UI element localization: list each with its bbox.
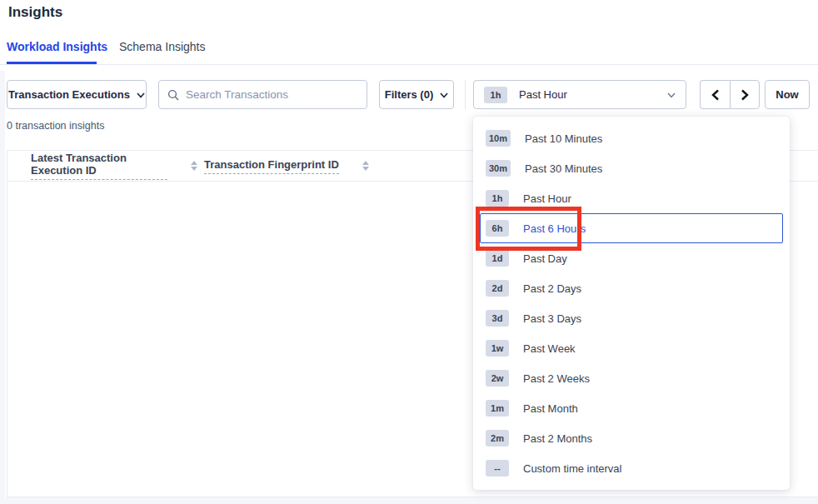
time-interval-option[interactable]: 1m Past Month: [480, 393, 783, 423]
search-input[interactable]: [186, 88, 358, 101]
time-interval-option-label: Past 2 Days: [523, 282, 581, 295]
time-interval-option[interactable]: 1h Past Hour: [480, 183, 783, 213]
time-interval-option-badge: 1d: [486, 250, 509, 267]
time-interval-label: Past Hour: [519, 88, 656, 101]
time-interval-picker[interactable]: 1h Past Hour: [473, 80, 686, 109]
chevron-down-icon: [667, 91, 676, 99]
page-header: Insights Workload Insights Schema Insigh…: [0, 0, 818, 65]
column-header-label[interactable]: Transaction Fingerprint ID: [204, 158, 339, 174]
chevron-left-icon: [711, 89, 721, 101]
time-interval-option-label: Custom time interval: [523, 462, 621, 475]
column-header-label[interactable]: Latest Transaction Execution ID: [31, 152, 167, 180]
time-interval-option[interactable]: 2d Past 2 Days: [480, 273, 783, 303]
chevron-down-icon: [137, 91, 145, 99]
time-interval-option[interactable]: 10m Past 10 Minutes: [480, 123, 783, 153]
now-button[interactable]: Now: [765, 80, 810, 109]
view-selector-label: Transaction Executions: [8, 88, 130, 101]
time-interval-option[interactable]: 1d Past Day: [480, 243, 783, 273]
time-interval-option[interactable]: 6h Past 6 Hours: [480, 213, 783, 243]
search-icon: [167, 89, 179, 101]
time-interval-option-badge: 1h: [486, 190, 509, 207]
chevron-right-icon: [740, 89, 750, 101]
chevron-down-icon: [440, 91, 448, 99]
view-selector-dropdown[interactable]: Transaction Executions: [7, 80, 147, 109]
time-interval-option[interactable]: 1w Past Week: [480, 333, 783, 363]
time-interval-option-badge: 2w: [486, 370, 509, 387]
time-interval-option-label: Past 2 Months: [523, 432, 592, 445]
time-interval-option[interactable]: -- Custom time interval: [480, 453, 783, 483]
next-interval-button[interactable]: [730, 80, 760, 109]
tab-schema-insights[interactable]: Schema Insights: [119, 40, 206, 53]
page-title: Insights: [8, 4, 62, 21]
insights-count: 0 transaction insights: [7, 120, 104, 132]
time-interval-option-badge: 3d: [486, 310, 509, 327]
active-tab-underline: [7, 62, 97, 64]
time-interval-option-badge: 30m: [486, 160, 511, 177]
page-background-left: [0, 71, 5, 504]
sort-desc-icon: [191, 167, 197, 171]
time-interval-option[interactable]: 30m Past 30 Minutes: [480, 153, 783, 183]
search-box[interactable]: [158, 80, 367, 109]
time-interval-badge: 1h: [484, 87, 507, 103]
time-interval-option-label: Past Hour: [523, 192, 571, 205]
time-interval-option-label: Past 6 Hours: [523, 222, 586, 235]
time-interval-option-label: Past Month: [523, 402, 578, 415]
time-interval-option-badge: --: [486, 460, 509, 477]
time-interval-option-label: Past 3 Days: [523, 312, 581, 325]
sort-desc-icon: [362, 167, 369, 171]
time-interval-option-badge: 2d: [486, 280, 509, 297]
time-nav-group: [700, 80, 760, 109]
sort-asc-icon: [191, 161, 197, 165]
column-header: Latest Transaction Execution ID: [31, 152, 204, 180]
previous-interval-button[interactable]: [700, 80, 730, 109]
time-interval-option[interactable]: 2w Past 2 Weeks: [480, 363, 783, 393]
time-interval-option-badge: 2m: [486, 430, 509, 447]
page-background-bottom: [0, 497, 818, 504]
toolbar-divider: [465, 80, 466, 109]
time-interval-option[interactable]: 2m Past 2 Months: [480, 423, 783, 453]
time-interval-dropdown-menu: 10m Past 10 Minutes 30m Past 30 Minutes …: [473, 117, 790, 490]
filters-label: Filters (0): [385, 88, 434, 101]
filters-button[interactable]: Filters (0): [379, 80, 454, 109]
sort-asc-icon: [362, 161, 369, 165]
time-interval-option-label: Past 30 Minutes: [525, 162, 602, 175]
time-interval-option-label: Past 2 Weeks: [523, 372, 590, 385]
time-interval-option[interactable]: 3d Past 3 Days: [480, 303, 783, 333]
time-interval-option-label: Past Day: [523, 252, 567, 265]
tab-workload-insights[interactable]: Workload Insights: [7, 40, 107, 53]
time-interval-option-label: Past 10 Minutes: [525, 132, 602, 145]
sort-icon[interactable]: [191, 161, 197, 171]
time-interval-option-badge: 10m: [486, 130, 511, 147]
sort-icon[interactable]: [362, 161, 369, 171]
time-interval-option-badge: 6h: [486, 220, 509, 237]
time-interval-option-badge: 1w: [486, 340, 509, 357]
time-interval-option-badge: 1m: [486, 400, 509, 417]
time-interval-option-label: Past Week: [523, 342, 576, 355]
